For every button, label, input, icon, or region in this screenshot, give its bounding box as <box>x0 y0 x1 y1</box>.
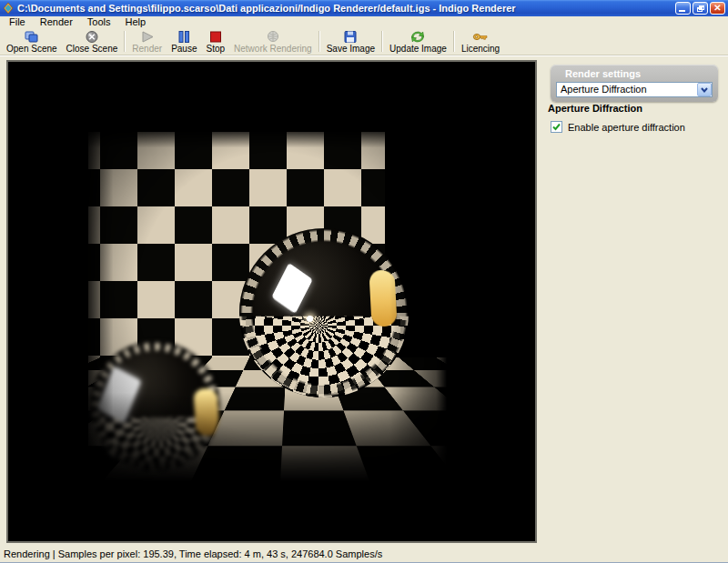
checkbox-label: Enable aperture diffraction <box>568 122 685 133</box>
update-image-icon <box>410 30 426 44</box>
render-button[interactable]: Render <box>127 28 167 55</box>
stop-button[interactable]: Stop <box>201 28 229 55</box>
toolbar-separator <box>124 31 126 52</box>
title-bar: C:\Documents and Settings\filippo.scarso… <box>0 0 728 16</box>
toolbar-label: Licencing <box>461 45 500 54</box>
save-image-button[interactable]: Save Image <box>322 28 379 55</box>
chevron-down-icon <box>700 86 709 94</box>
toolbar-label: Update Image <box>389 45 447 54</box>
menu-bar: File Render Tools Help <box>0 16 728 28</box>
specular-glint <box>307 316 313 322</box>
gold-highlight <box>369 269 397 327</box>
dropdown-selected-value: Aperture Diffraction <box>557 83 697 96</box>
close-scene-icon <box>84 30 100 44</box>
licencing-key-icon <box>472 30 489 44</box>
menu-file[interactable]: File <box>2 16 33 28</box>
render-viewport[interactable] <box>6 60 537 543</box>
toolbar-label: Network Rendering <box>234 45 312 54</box>
minimize-button[interactable] <box>675 2 691 15</box>
toolbar-label: Save Image <box>327 45 375 54</box>
render-play-icon <box>139 30 156 44</box>
status-bar: Rendering | Samples per pixel: 195.39, T… <box>0 546 728 563</box>
licencing-button[interactable]: Licencing <box>457 28 504 55</box>
chrome-sphere-large <box>239 228 409 397</box>
network-rendering-button[interactable]: Network Rendering <box>229 28 317 55</box>
update-image-button[interactable]: Update Image <box>385 28 451 55</box>
toolbar-label: Pause <box>171 45 197 54</box>
network-rendering-icon <box>265 30 281 44</box>
chrome-sphere-small <box>89 341 220 472</box>
open-scene-button[interactable]: Open Scene <box>2 28 62 55</box>
close-icon: ✕ <box>713 4 721 13</box>
menu-tools[interactable]: Tools <box>80 16 118 28</box>
checkmark-icon <box>551 122 561 132</box>
render-settings-group: Render settings Aperture Diffraction <box>551 65 718 102</box>
restore-icon <box>697 5 704 12</box>
close-button[interactable]: ✕ <box>710 2 725 15</box>
toolbar-label: Open Scene <box>6 45 57 54</box>
toolbar-label: Render <box>132 45 162 54</box>
render-settings-dropdown[interactable]: Aperture Diffraction <box>556 82 713 97</box>
pause-icon <box>176 30 192 44</box>
window-title: C:\Documents and Settings\filippo.scarso… <box>17 3 675 14</box>
status-text: Rendering | Samples per pixel: 195.39, T… <box>4 548 382 559</box>
menu-render[interactable]: Render <box>33 16 80 28</box>
save-image-icon <box>342 30 359 44</box>
indigo-renderer-window: C:\Documents and Settings\filippo.scarso… <box>0 0 728 563</box>
gold-highlight <box>193 387 220 437</box>
toolbar-label: Close Scene <box>66 45 118 54</box>
rendered-image <box>88 130 447 485</box>
menu-help[interactable]: Help <box>118 16 154 28</box>
dropdown-arrow-button[interactable] <box>697 83 712 96</box>
aperture-diffraction-heading: Aperture Diffraction <box>548 103 642 114</box>
app-logo-icon <box>3 3 14 14</box>
stop-icon <box>207 30 224 44</box>
toolbar-separator <box>318 31 320 52</box>
enable-aperture-diffraction-row: Enable aperture diffraction <box>551 121 685 133</box>
minimize-icon <box>679 10 685 12</box>
toolbar: Open Scene Close Scene Render Pause <box>0 28 728 55</box>
restore-button[interactable] <box>693 2 708 15</box>
open-scene-icon <box>24 30 40 44</box>
pause-button[interactable]: Pause <box>167 28 201 55</box>
toolbar-separator <box>381 31 383 52</box>
toolbar-separator <box>453 31 455 52</box>
render-settings-title: Render settings <box>565 68 641 79</box>
enable-aperture-diffraction-checkbox[interactable] <box>551 121 562 133</box>
toolbar-label: Stop <box>206 45 225 54</box>
close-scene-button[interactable]: Close Scene <box>62 28 123 55</box>
